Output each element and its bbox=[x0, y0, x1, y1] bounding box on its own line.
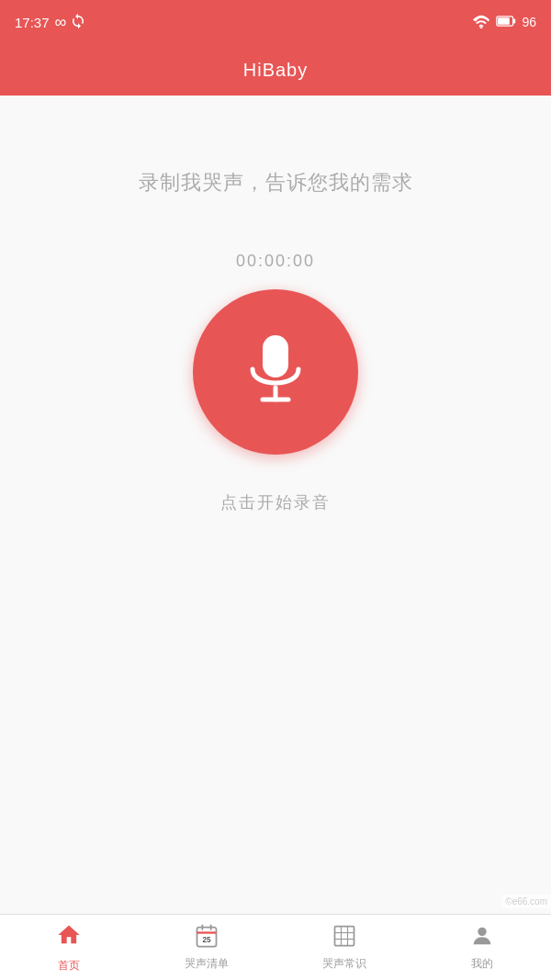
sync-icon bbox=[70, 13, 86, 32]
battery-text: 96 bbox=[522, 15, 536, 29]
profile-label: 我的 bbox=[471, 956, 493, 972]
microphone-icon bbox=[234, 331, 317, 413]
subtitle-text: 录制我哭声，告诉您我的需求 bbox=[139, 169, 413, 197]
nav-item-cry-knowledge[interactable]: 哭声常识 bbox=[276, 923, 413, 972]
nav-item-cry-list[interactable]: 25 哭声清单 bbox=[138, 923, 276, 972]
svg-rect-4 bbox=[263, 335, 288, 377]
home-label: 首页 bbox=[58, 958, 80, 974]
battery-outline-icon bbox=[496, 15, 516, 30]
svg-point-17 bbox=[478, 928, 486, 936]
app-bar: HiBaby bbox=[0, 44, 551, 96]
svg-text:25: 25 bbox=[202, 936, 211, 944]
app-title: HiBaby bbox=[243, 60, 308, 81]
book-icon bbox=[332, 923, 357, 952]
cry-knowledge-label: 哭声常识 bbox=[322, 956, 366, 972]
svg-rect-3 bbox=[499, 17, 511, 25]
status-right: 96 bbox=[472, 14, 536, 31]
infinity-icon: ∞ bbox=[55, 13, 65, 32]
person-icon bbox=[469, 923, 495, 952]
timer-display: 00:00:00 bbox=[236, 252, 315, 271]
svg-point-0 bbox=[480, 27, 483, 28]
start-recording-text: 点击开始录音 bbox=[220, 491, 331, 513]
wifi-icon bbox=[472, 14, 490, 31]
status-left: 17:37 ∞ bbox=[15, 13, 86, 32]
bottom-navigation: 首页 25 哭声清单 哭声常识 bbox=[0, 914, 551, 980]
record-button[interactable] bbox=[193, 289, 358, 455]
status-bar: 17:37 ∞ 96 bbox=[0, 0, 551, 44]
time-display: 17:37 bbox=[15, 15, 50, 30]
nav-item-home[interactable]: 首页 bbox=[0, 922, 138, 974]
svg-rect-12 bbox=[335, 927, 354, 946]
calendar-icon: 25 bbox=[194, 923, 219, 952]
home-icon bbox=[56, 922, 82, 954]
svg-rect-2 bbox=[513, 18, 515, 23]
nav-item-profile[interactable]: 我的 bbox=[413, 923, 551, 972]
cry-list-label: 哭声清单 bbox=[185, 956, 229, 972]
main-content: 录制我哭声，告诉您我的需求 00:00:00 点击开始录音 bbox=[0, 96, 551, 914]
watermark: ©e66.com bbox=[501, 895, 551, 908]
